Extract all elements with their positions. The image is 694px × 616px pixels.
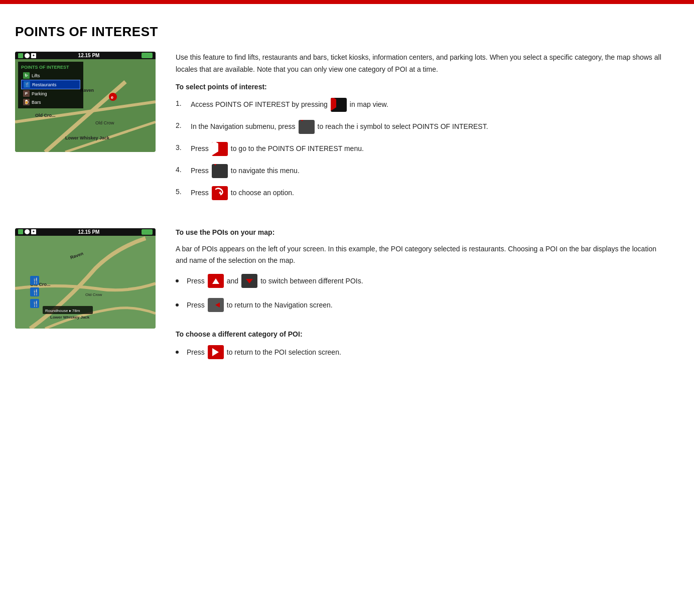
poi-item-lifts: ⛷ Lifts [21, 71, 80, 80]
step-2-content: In the Navigation submenu, press to reac… [191, 120, 664, 134]
svg-text:🍴: 🍴 [32, 277, 39, 284]
step-3-num: 3. [176, 142, 191, 153]
svg-text:Old Cro...: Old Cro... [35, 113, 56, 118]
step-5-content: Press to choose an option. [191, 186, 664, 200]
screen-image-1: Raven Old Cro... Lower Whiskey Jack Old … [15, 52, 156, 152]
steps-list: 1. Access POINTS OF INTEREST by pressing… [176, 98, 664, 200]
section3-heading: To choose a different category of POI: [176, 330, 664, 338]
btn-down-poi[interactable] [241, 274, 257, 288]
screen-time-1: 12.15 PM [78, 53, 100, 58]
poi-icon-parking: P [23, 90, 30, 97]
bullet-dot-3 [176, 351, 179, 354]
screen-icon-person [25, 53, 30, 58]
screenshot-2: Raven Old Cro... Old Crow Lower Whiskey … [15, 228, 156, 370]
bullet-1-text-before: Press [187, 275, 205, 286]
screen-icon-bt-2: ✦ [31, 229, 36, 234]
step-1-content: Access POINTS OF INTEREST by pressing in… [191, 98, 664, 112]
poi-icon-bars: 🍺 [23, 99, 30, 105]
step-1-num: 1. [176, 98, 191, 109]
btn-navigate-menu[interactable] [212, 164, 228, 178]
screen-battery-1 [142, 53, 153, 58]
svg-text:Lower Whiskey Jack: Lower Whiskey Jack [50, 315, 90, 320]
svg-text:Lower Whiskey Jack: Lower Whiskey Jack [65, 135, 110, 140]
text-section-2: To use the POIs on your map: A bar of PO… [176, 228, 664, 370]
bullet-2-text-before: Press [187, 299, 205, 311]
step-1-text-after: in map view. [350, 99, 388, 110]
btn-shape-toggle [212, 164, 219, 174]
bullet-3: Press to return to the POI selection scr… [176, 345, 664, 359]
bullet-dot-1 [176, 279, 179, 282]
step-5-text-after: to choose an option. [231, 187, 294, 198]
svg-marker-10 [219, 191, 222, 195]
bullet-1-text-after: to switch between different POIs. [260, 275, 363, 286]
poi-item-bars: 🍺 Bars [21, 98, 80, 106]
screenshot-1: Raven Old Cro... Lower Whiskey Jack Old … [15, 52, 156, 208]
bullet-1-mid: and [227, 275, 238, 286]
map-background-2: Raven Old Cro... Old Crow Lower Whiskey … [15, 228, 156, 329]
bullet-3-text-after: to return to the POI selection screen. [227, 347, 341, 358]
svg-text:e: e [111, 95, 113, 100]
step-4-text-after: to navigate this menu. [231, 165, 300, 176]
step-4: 4. Press to navigate this menu. [176, 164, 664, 178]
btn-poi-selection[interactable] [208, 345, 224, 359]
btn-shape-big-right-2 [212, 348, 219, 356]
step-1: 1. Access POINTS OF INTEREST by pressing… [176, 98, 664, 112]
section-2: Raven Old Cro... Old Crow Lower Whiskey … [15, 228, 664, 370]
btn-back-svg [212, 186, 226, 197]
poi-icon-restaurants: 🍴 [24, 81, 30, 88]
screen-icon-person-2 [25, 229, 30, 234]
section2-heading: To use the POIs on your map: [176, 228, 664, 236]
svg-text:🍴: 🍴 [32, 288, 39, 295]
poi-menu-title: POINTS OF INTEREST [21, 64, 80, 71]
bullet-dot-2 [176, 303, 179, 306]
step-5: 5. Press to choose an option. [176, 186, 664, 200]
step-2-num: 2. [176, 120, 191, 131]
btn-nav-submenu[interactable] [299, 120, 315, 134]
poi-item-restaurants: 🍴 Restaurants [21, 80, 80, 89]
screen-image-2: Raven Old Cro... Old Crow Lower Whiskey … [15, 228, 156, 329]
screen-icons-1: ✦ [18, 53, 36, 58]
btn-shape-up [212, 278, 219, 284]
btn-shape-toggle-2 [246, 279, 253, 283]
step-4-content: Press to navigate this menu. [191, 164, 664, 178]
btn-shape-return [211, 302, 220, 307]
btn-shape-arrow-right [331, 98, 336, 111]
bullets-list-1: Press and to switch between different PO… [176, 274, 664, 312]
top-bar [0, 0, 694, 4]
section1-heading: To select points of interest: [176, 83, 664, 91]
bullet-2-text-after: to return to the Navigation screen. [227, 299, 333, 311]
svg-text:Roundhouse ▸ 78m: Roundhouse ▸ 78m [45, 309, 80, 313]
step-2-text-before: In the Navigation submenu, press [191, 121, 296, 132]
btn-map-view[interactable] [331, 98, 347, 112]
btn-up-poi[interactable] [208, 274, 224, 288]
poi-menu-overlay: POINTS OF INTEREST ⛷ Lifts 🍴 Restaurants… [18, 62, 83, 108]
btn-shape-big-right [212, 142, 218, 156]
svg-text:🍴: 🍴 [32, 300, 39, 307]
bullet-1: Press and to switch between different PO… [176, 274, 664, 288]
screen-icons-2: ✦ [18, 229, 36, 234]
screen-header-2: ✦ 12.15 PM [15, 228, 156, 236]
screen-icon-nav [18, 53, 23, 58]
screen-battery-2 [142, 229, 153, 235]
poi-item-parking: P Parking [21, 89, 80, 98]
text-section-1: Use this feature to find lifts, restaura… [176, 52, 664, 208]
svg-text:Old Crow: Old Crow [95, 120, 114, 125]
btn-return-nav[interactable] [208, 298, 224, 312]
step-2: 2. In the Navigation submenu, press to r… [176, 120, 664, 134]
btn-poi-menu[interactable] [212, 142, 228, 156]
intro-paragraph: Use this feature to find lifts, restaura… [176, 52, 664, 76]
step-5-num: 5. [176, 186, 191, 197]
step-2-text-after: to reach the i symbol to select POINTS O… [318, 121, 488, 132]
step-4-text-before: Press [191, 165, 209, 176]
screen-header-1: ✦ 12.15 PM [15, 52, 156, 59]
screen-icon-bt: ✦ [31, 53, 36, 58]
btn-choose-option[interactable] [212, 186, 228, 200]
step-4-num: 4. [176, 164, 191, 175]
bullet-3-text-before: Press [187, 347, 205, 358]
page-title: POINTS OF INTEREST [15, 24, 664, 40]
step-3: 3. Press to go to the POINTS OF INTEREST… [176, 142, 664, 156]
step-3-text-before: Press [191, 143, 209, 154]
step-1-text-before: Access POINTS OF INTEREST by pressing [191, 99, 328, 110]
bullet-2: Press to return to the Navigation screen… [176, 298, 664, 312]
poi-icon-lifts: ⛷ [23, 72, 30, 79]
